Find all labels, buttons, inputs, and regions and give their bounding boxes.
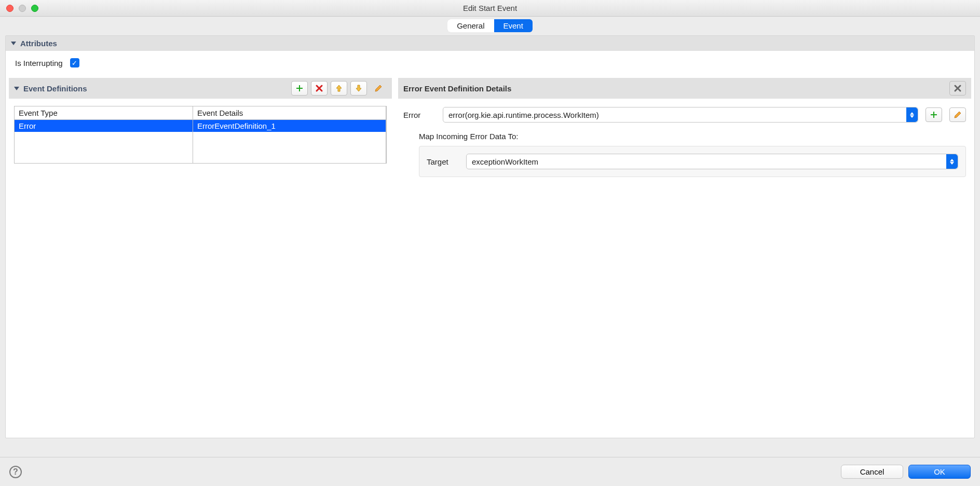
edit-error-button[interactable] [949, 107, 966, 122]
add-button[interactable] [291, 81, 308, 96]
target-label: Target [427, 157, 459, 166]
attributes-title: Attributes [20, 39, 57, 48]
arrow-down-icon [355, 84, 363, 92]
pencil-icon [374, 84, 383, 92]
event-definitions-toolbar [291, 81, 387, 96]
move-down-button[interactable] [350, 81, 367, 96]
error-row: Error error(org.kie.api.runtime.process.… [398, 99, 971, 128]
left-column: Event Definitions [9, 75, 392, 177]
error-combo[interactable]: error(org.kie.api.runtime.process.WorkIt… [443, 107, 918, 123]
details-title: Error Event Definition Details [403, 84, 511, 93]
split-columns: Event Definitions [6, 75, 974, 177]
cell-event-details: ErrorEventDefinition_1 [193, 120, 386, 132]
plus-icon [930, 111, 938, 119]
x-icon [954, 84, 962, 92]
arrow-up-icon [335, 84, 343, 92]
col-event-type[interactable]: Event Type [15, 106, 193, 120]
chevron-down-icon [11, 42, 16, 45]
target-row: Target exceptionWorkItem [427, 154, 958, 169]
window-title: Edit Start Event [0, 4, 980, 12]
error-label: Error [403, 111, 435, 119]
edit-button[interactable] [370, 81, 387, 96]
event-definitions-header[interactable]: Event Definitions [9, 78, 392, 99]
map-incoming-label: Map Incoming Error Data To: [398, 128, 971, 144]
cell-event-type: Error [15, 120, 193, 132]
panel-area: Attributes Is Interrupting ✓ Event Defin… [5, 35, 975, 438]
close-details-button[interactable] [949, 81, 966, 96]
details-header: Error Event Definition Details [398, 78, 971, 99]
is-interrupting-label: Is Interrupting [15, 59, 63, 68]
add-error-button[interactable] [925, 107, 942, 122]
move-up-button[interactable] [331, 81, 347, 96]
target-value: exceptionWorkItem [472, 157, 538, 166]
titlebar: Edit Start Event [0, 0, 980, 17]
help-icon: ? [13, 467, 18, 477]
tabbar: General Event [0, 17, 980, 35]
table-empty-row [15, 132, 386, 163]
right-column: Error Event Definition Details Error err… [398, 75, 971, 177]
table-header-row: Event Type Event Details [15, 106, 386, 120]
event-definitions-table[interactable]: Event Type Event Details Error ErrorEven… [14, 106, 387, 164]
chevron-down-icon [14, 87, 19, 90]
table-row[interactable]: Error ErrorEventDefinition_1 [15, 120, 386, 132]
footer: ? Cancel OK [0, 457, 980, 486]
error-value: error(org.kie.api.runtime.process.WorkIt… [448, 111, 599, 119]
target-combo[interactable]: exceptionWorkItem [466, 154, 958, 169]
tab-segment: General Event [447, 19, 533, 32]
attributes-section-header[interactable]: Attributes [6, 36, 974, 51]
is-interrupting-checkbox[interactable]: ✓ [70, 58, 79, 68]
ok-button[interactable]: OK [908, 465, 971, 479]
delete-button[interactable] [311, 81, 328, 96]
col-event-details[interactable]: Event Details [193, 106, 386, 120]
tab-general[interactable]: General [447, 19, 494, 32]
event-definitions-title: Event Definitions [23, 84, 87, 93]
pencil-icon [954, 111, 962, 119]
cancel-button[interactable]: Cancel [841, 465, 903, 479]
map-box: Target exceptionWorkItem [419, 146, 966, 177]
plus-icon [295, 84, 304, 92]
x-icon [315, 84, 323, 92]
tab-event[interactable]: Event [494, 19, 533, 32]
attribute-row-is-interrupting: Is Interrupting ✓ [6, 51, 974, 75]
help-button[interactable]: ? [9, 466, 22, 478]
combo-stepper-icon [946, 154, 958, 169]
combo-stepper-icon [906, 107, 918, 122]
